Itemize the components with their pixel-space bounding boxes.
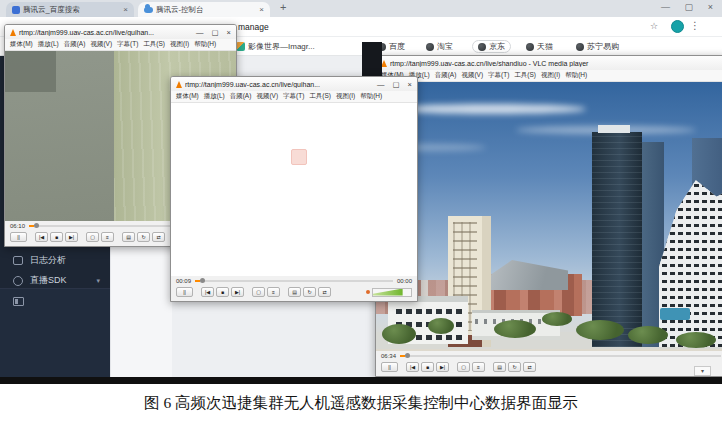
playlist-button[interactable]: ▤ bbox=[122, 232, 135, 242]
playback-menu[interactable]: 播放(L) bbox=[38, 40, 59, 49]
address-bar[interactable]: manage bbox=[238, 22, 269, 32]
next-button[interactable]: ▶| bbox=[436, 362, 449, 372]
stop-button[interactable]: ■ bbox=[50, 232, 63, 242]
loop-button[interactable]: ↻ bbox=[508, 362, 521, 372]
vlc-window-right: rtmp://tanjm999.uav-cas.ac.cn/live/shand… bbox=[375, 55, 722, 377]
vlc-close-button[interactable]: × bbox=[408, 80, 412, 89]
help-menu[interactable]: 帮助(H) bbox=[565, 71, 587, 80]
random-button[interactable]: ⇄ bbox=[318, 287, 331, 297]
audio-menu[interactable]: 音频(A) bbox=[230, 92, 252, 101]
seek-handle[interactable] bbox=[200, 278, 205, 283]
extended-settings-button[interactable]: ≡ bbox=[267, 287, 280, 297]
tree bbox=[542, 312, 572, 326]
help-menu[interactable]: 帮助(H) bbox=[194, 40, 216, 49]
tab-close-icon[interactable]: × bbox=[123, 5, 128, 14]
subtitle-menu[interactable]: 字幕(T) bbox=[283, 92, 304, 101]
stop-button[interactable]: ■ bbox=[216, 287, 229, 297]
tab-close-icon[interactable]: × bbox=[259, 5, 264, 14]
vlc-menu-bar: 媒体(M) 播放(L) 音频(A) 视频(V) 字幕(T) 工具(S) 视图(I… bbox=[171, 91, 417, 103]
playlist-button[interactable]: ▤ bbox=[288, 287, 301, 297]
bookmark-tmall[interactable]: 天猫 bbox=[526, 40, 553, 53]
media-menu[interactable]: 媒体(M) bbox=[10, 40, 33, 49]
chevron-down-icon: ▾ bbox=[96, 277, 100, 285]
tools-menu[interactable]: 工具(S) bbox=[309, 92, 331, 101]
video-menu[interactable]: 视频(V) bbox=[90, 40, 112, 49]
fullscreen-button[interactable]: ▢ bbox=[457, 362, 470, 372]
video-menu[interactable]: 视频(V) bbox=[256, 92, 278, 101]
log-analysis-icon bbox=[13, 256, 23, 265]
console-dark-element bbox=[362, 42, 382, 78]
volume-slider[interactable] bbox=[372, 288, 412, 297]
cloud bbox=[396, 104, 586, 114]
subtitle-menu[interactable]: 字幕(T) bbox=[488, 71, 509, 80]
sidebar-item-log-analysis[interactable]: 日志分析 bbox=[0, 252, 110, 269]
bookmark-suning[interactable]: 苏宁易购 bbox=[576, 40, 619, 53]
volume-level bbox=[373, 289, 403, 296]
subtitle-menu[interactable]: 字幕(T) bbox=[117, 40, 138, 49]
window-close-button[interactable]: × bbox=[708, 2, 713, 12]
elapsed-time: 06:10 bbox=[10, 223, 25, 229]
fullscreen-button[interactable]: ▢ bbox=[86, 232, 99, 242]
seek-handle[interactable] bbox=[34, 223, 39, 228]
sidebar-item-live-sdk[interactable]: 直播SDK ▾ bbox=[0, 272, 110, 289]
new-tab-button[interactable]: + bbox=[280, 1, 286, 13]
previous-button[interactable]: |◀ bbox=[201, 287, 214, 297]
loop-button[interactable]: ↻ bbox=[303, 287, 316, 297]
seek-handle[interactable] bbox=[405, 353, 410, 358]
vlc-minimize-button[interactable]: — bbox=[377, 80, 385, 89]
vlc-controls: || |◀ ■ ▶| ▢ ≡ ▤ ↻ ⇄ bbox=[376, 360, 722, 376]
next-button[interactable]: ▶| bbox=[231, 287, 244, 297]
vlc-maximize-button[interactable]: ▢ bbox=[393, 80, 400, 89]
screenshot: 腾讯云_百度搜索 × 腾讯云-控制台 × + — ▢ × manage ☆ ⋮ … bbox=[0, 0, 722, 384]
fullscreen-button[interactable]: ▢ bbox=[252, 287, 265, 297]
bookmark-image-world[interactable]: 影像世界—Imagr... bbox=[236, 40, 315, 53]
tools-menu[interactable]: 工具(S) bbox=[143, 40, 165, 49]
audio-menu[interactable]: 音频(A) bbox=[435, 71, 457, 80]
previous-button[interactable]: |◀ bbox=[35, 232, 48, 242]
tab-tencent-console[interactable]: 腾讯云-控制台 × bbox=[138, 2, 270, 17]
audio-menu[interactable]: 音频(A) bbox=[64, 40, 86, 49]
vlc-title-bar[interactable]: rtmp://tanjm999.uav-cas.ac.cn/live/shand… bbox=[376, 56, 722, 70]
tree bbox=[382, 324, 416, 344]
help-menu[interactable]: 帮助(H) bbox=[360, 92, 382, 101]
vlc-maximize-button[interactable]: ▢ bbox=[212, 28, 219, 37]
bookmark-taobao[interactable]: 淘宝 bbox=[426, 40, 453, 53]
vlc-title-bar[interactable]: rtmp://tanjm999.uav-cas.ac.cn/live/guiha… bbox=[171, 77, 417, 91]
random-button[interactable]: ⇄ bbox=[523, 362, 536, 372]
vlc-minimize-button[interactable]: — bbox=[196, 28, 204, 37]
pause-button[interactable]: || bbox=[10, 232, 27, 242]
vlc-close-button[interactable]: × bbox=[227, 28, 231, 37]
loop-button[interactable]: ↻ bbox=[137, 232, 150, 242]
bookmark-star-icon[interactable]: ☆ bbox=[650, 21, 658, 31]
scroll-down-button[interactable]: ▾ bbox=[694, 366, 711, 376]
window-minimize-button[interactable]: — bbox=[661, 2, 670, 12]
browser-menu-icon[interactable]: ⋮ bbox=[690, 20, 700, 31]
mute-indicator-icon bbox=[366, 290, 370, 294]
profile-avatar[interactable] bbox=[671, 20, 684, 33]
bookmark-baidu[interactable]: 百度 bbox=[378, 40, 405, 53]
media-menu[interactable]: 媒体(M) bbox=[176, 92, 199, 101]
video-menu[interactable]: 视频(V) bbox=[461, 71, 483, 80]
view-menu[interactable]: 视图(I) bbox=[336, 92, 355, 101]
playlist-button[interactable]: ▤ bbox=[493, 362, 506, 372]
tab-tencent-baidu-search[interactable]: 腾讯云_百度搜索 × bbox=[6, 2, 134, 17]
sidebar-collapse-icon[interactable] bbox=[13, 297, 24, 306]
tools-menu[interactable]: 工具(S) bbox=[514, 71, 536, 80]
random-button[interactable]: ⇄ bbox=[152, 232, 165, 242]
pause-button[interactable]: || bbox=[381, 362, 398, 372]
extended-settings-button[interactable]: ≡ bbox=[101, 232, 114, 242]
bookmark-jd[interactable]: 京东 bbox=[472, 40, 511, 53]
pause-button[interactable]: || bbox=[176, 287, 193, 297]
stop-button[interactable]: ■ bbox=[421, 362, 434, 372]
extended-settings-button[interactable]: ≡ bbox=[472, 362, 485, 372]
previous-button[interactable]: |◀ bbox=[406, 362, 419, 372]
view-menu[interactable]: 视图(I) bbox=[541, 71, 560, 80]
vlc-title-bar[interactable]: rtmp://tanjm999.uav-cas.ac.cn/live/guiha… bbox=[5, 25, 236, 39]
window-maximize-button[interactable]: ▢ bbox=[684, 2, 693, 12]
seek-bar[interactable] bbox=[195, 280, 393, 282]
next-button[interactable]: ▶| bbox=[65, 232, 78, 242]
vlc-cone-icon bbox=[10, 29, 16, 36]
view-menu[interactable]: 视图(I) bbox=[170, 40, 189, 49]
seek-bar[interactable] bbox=[400, 355, 721, 357]
playback-menu[interactable]: 播放(L) bbox=[204, 92, 225, 101]
